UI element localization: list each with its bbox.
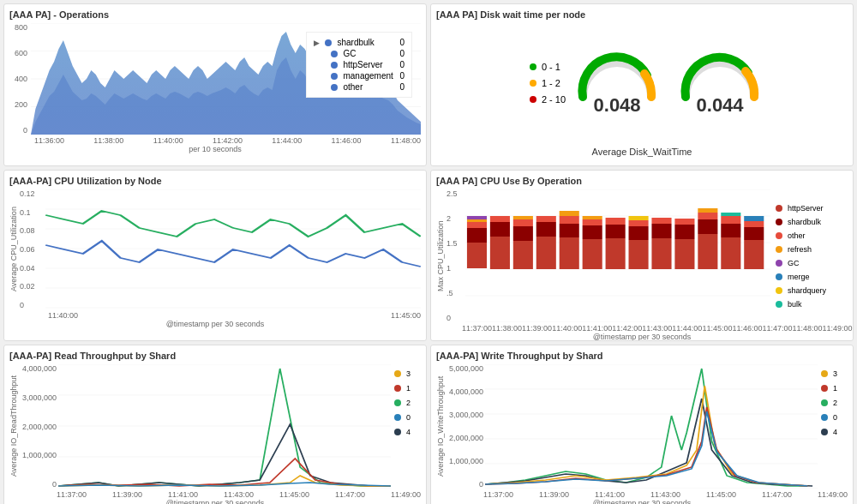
cpu-node-y-label: Average CPU_Utilization (9, 189, 18, 309)
write-label-3: 3 (833, 369, 837, 378)
write-title: [AAA-PA] Write Throughput by Shard (436, 351, 848, 361)
shardbulk-dot (325, 39, 332, 46)
read-svg (58, 364, 391, 489)
write-chart (485, 364, 818, 489)
svg-rect-65 (744, 227, 764, 240)
disk-gauges-row: 0 - 1 1 - 2 2 - 10 (521, 23, 763, 143)
write-legend-4: 4 (821, 428, 848, 436)
legend-dot-bulk (776, 301, 782, 308)
svg-rect-66 (744, 221, 764, 227)
cpu-op-y-ticks: 2.5 2 1.5 1 .5 0 (446, 189, 465, 322)
legend-dot-other (776, 232, 782, 239)
management-value: 0 (399, 71, 405, 81)
cpu-op-legend-bulk: bulk (776, 300, 848, 309)
disk-range-0-1: 0 - 1 (542, 62, 560, 72)
disk-range-2-10: 2 - 10 (542, 94, 566, 105)
gc-dot (331, 51, 338, 57)
disk-legend-2-10: 2 - 10 (530, 94, 566, 105)
cpu-op-x-subtitle: @timestamp per 30 seconds (436, 333, 848, 341)
operations-panel: [AAA PA] - Operations 800 600 400 200 0 (3, 3, 427, 166)
shardbulk-label: shardbulk (337, 38, 394, 47)
cpu-node-x-labels: 11:40:00 11:45:00 (9, 311, 421, 320)
legend-dot-gc (776, 260, 782, 267)
cpu-op-x-labels: 11:37:00 11:38:00 11:39:00 11:40:00 11:4… (436, 324, 848, 333)
legend-item-management: management 0 (314, 71, 405, 81)
read-label-4: 4 (406, 428, 411, 436)
disk-avg-label: Average Disk_WaitTime (592, 143, 692, 157)
management-label: management (343, 71, 394, 81)
svg-rect-24 (467, 216, 487, 219)
cpu-node-title: [AAA-PA] CPU Utilization by Node (9, 176, 421, 186)
svg-rect-52 (651, 218, 671, 224)
write-dot-2 (821, 399, 828, 406)
legend-dot-httpserver (776, 205, 782, 212)
svg-rect-57 (698, 219, 717, 234)
svg-rect-31 (513, 216, 533, 219)
svg-rect-64 (744, 240, 764, 269)
write-svg (485, 364, 818, 489)
svg-rect-43 (606, 238, 626, 269)
read-title: [AAA-PA] Read Throughput by Shard (9, 351, 421, 361)
svg-rect-27 (490, 216, 510, 222)
cpu-op-legend-gc: GC (776, 259, 848, 267)
legend-dot-refresh (776, 246, 782, 253)
svg-rect-49 (629, 216, 649, 220)
read-dot-2 (394, 399, 401, 406)
gc-label: GC (343, 49, 394, 58)
read-label-3: 3 (406, 369, 411, 378)
svg-rect-54 (674, 225, 694, 239)
svg-rect-35 (560, 237, 579, 269)
svg-rect-59 (698, 208, 717, 213)
svg-rect-25 (490, 237, 510, 269)
read-dot-4 (394, 429, 401, 435)
cpu-op-y-label: Max CPU_Utilization (436, 189, 445, 322)
svg-rect-41 (583, 219, 602, 225)
write-label-2: 2 (833, 399, 837, 407)
legend-dot-shardbulk (776, 219, 782, 225)
legend-dot-shardquery (776, 287, 782, 294)
other-label: other (343, 82, 394, 92)
disk-dot-0-1 (530, 63, 536, 70)
read-label-0: 0 (406, 413, 411, 422)
read-y-label: Average IO_ReadThroughput (9, 364, 18, 489)
svg-rect-55 (674, 219, 694, 225)
cpu-op-panel: [AAA PA] CPU Use By Operation Max CPU_Ut… (430, 170, 854, 341)
read-layout: Average IO_ReadThroughput 4,000,000 3,00… (9, 364, 421, 489)
cpu-node-chart-inner (45, 189, 421, 309)
read-chart (58, 364, 391, 489)
svg-rect-61 (721, 224, 740, 237)
gauge-2: 0.044 (677, 50, 763, 117)
read-legend-3: 3 (394, 369, 421, 378)
legend-item-gc: GC 0 (314, 49, 405, 58)
ops-x-labels: 11:36:00 11:38:00 11:40:00 11:42:00 11:4… (9, 136, 421, 145)
ops-x-subtitle: per 10 seconds (9, 145, 421, 153)
disk-legend-0-1: 0 - 1 (530, 62, 566, 72)
write-label-1: 1 (833, 384, 837, 393)
legend-dot-merge (776, 273, 782, 280)
disk-legend-1-2: 1 - 2 (530, 78, 566, 88)
legend-item-other: other 0 (314, 82, 405, 92)
svg-rect-42 (583, 216, 602, 219)
svg-rect-58 (698, 213, 717, 219)
read-dot-0 (394, 414, 401, 421)
svg-rect-37 (560, 216, 579, 224)
cpu-op-title: [AAA PA] CPU Use By Operation (436, 176, 848, 186)
svg-rect-45 (606, 218, 626, 225)
svg-rect-56 (698, 234, 717, 269)
svg-rect-44 (606, 225, 626, 238)
svg-rect-51 (651, 224, 671, 238)
read-legend: 3 1 2 0 4 (391, 364, 421, 489)
read-panel: [AAA-PA] Read Throughput by Shard Averag… (3, 345, 427, 504)
cpu-node-chart: Average CPU_Utilization 0.12 0.1 0.08 0.… (9, 189, 421, 309)
legend-label-other: other (788, 231, 806, 240)
write-panel: [AAA-PA] Write Throughput by Shard Avera… (430, 345, 854, 504)
write-x-labels: 11:37:00 11:39:00 11:41:00 11:43:00 11:4… (436, 490, 848, 499)
cpu-op-legend-shardquery: shardquery (776, 286, 848, 295)
other-value: 0 (399, 82, 405, 92)
disk-legend: 0 - 1 1 - 2 2 - 10 (530, 60, 566, 106)
read-legend-1: 1 (394, 384, 421, 393)
read-x-subtitle: @timestamp per 30 seconds (9, 499, 421, 504)
disk-title: [AAA PA] Disk wait time per node (436, 9, 848, 20)
expand-icon: ▶ (314, 39, 320, 47)
svg-rect-33 (536, 222, 556, 237)
